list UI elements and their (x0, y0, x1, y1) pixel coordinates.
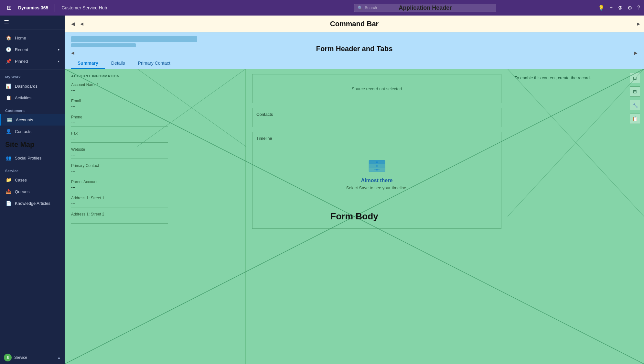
search-input[interactable]: Search (365, 6, 377, 10)
field-fax: Fax --- (71, 131, 239, 143)
right-panel-icon-window[interactable]: ⊟ (630, 86, 640, 97)
website-label: Website (71, 147, 239, 152)
sidebar-item-social-profiles[interactable]: 👥 Social Profiles (0, 152, 65, 164)
main-layout: ☰ 🏠 Home 🕐 Recent ▾ 📌 Pinned ▾ My Work 📊… (0, 16, 644, 364)
sidebar-item-dashboards[interactable]: 📊 Dashboards (0, 80, 65, 92)
account-name-value[interactable]: --- (71, 88, 168, 94)
tab-primary-contact[interactable]: Primary Contact (132, 58, 177, 69)
sidebar-activities-label: Activities (15, 95, 31, 100)
pin-icon: 📌 (5, 58, 12, 64)
sidebar-item-accounts[interactable]: 🏢 Accounts (0, 114, 65, 126)
activities-icon: 📋 (5, 94, 12, 101)
address1-street2-value[interactable]: --- (71, 217, 168, 224)
app-header: ⊞ Dynamics 365 Customer Service Hub 🔍 Se… (0, 0, 644, 16)
lightbulb-icon[interactable]: 💡 (598, 5, 605, 11)
field-email: Email --- (71, 99, 239, 110)
bottom-chevron[interactable]: ▲ (57, 356, 61, 359)
sidebar-item-queues[interactable]: 📥 Queues (0, 186, 65, 197)
sidebar-knowledge-label: Knowledge Articles (15, 201, 50, 206)
parent-account-value[interactable]: --- (71, 185, 168, 191)
bottom-service-label: Service (14, 355, 27, 360)
search-box[interactable]: 🔍 Search (354, 4, 496, 12)
sidebar-item-knowledge-articles[interactable]: 📄 Knowledge Articles (0, 197, 65, 209)
sidebar-accounts-label: Accounts (16, 117, 33, 122)
form-header-label: Form Header and Tabs (316, 45, 393, 53)
recent-icon: 🕐 (5, 46, 12, 53)
settings-icon[interactable]: ⚙ (628, 5, 632, 11)
accounts-icon: 🏢 (6, 116, 13, 123)
timeline-empty-state: Almost there Select Save to see your tim… (256, 145, 497, 203)
fax-value[interactable]: --- (71, 136, 168, 143)
form-header-arrow-right: ▶ (634, 50, 638, 55)
right-panel-icon-grid[interactable]: ⊡ (630, 73, 640, 83)
knowledge-icon: 📄 (5, 200, 12, 206)
form-left-column: ACCOUNT INFORMATION Account Name* --- Em… (65, 69, 246, 364)
sidebar-item-activities[interactable]: 📋 Activities (0, 92, 65, 104)
right-panel-icon-doc[interactable]: 📋 (630, 114, 640, 124)
right-panel-enable-msg: To enable this content, create the recor… (515, 74, 638, 80)
sidebar-social-label: Social Profiles (15, 156, 41, 160)
tab-summary[interactable]: Summary (71, 58, 105, 69)
sidebar-cases-label: Cases (15, 178, 27, 182)
contacts-icon: 👤 (5, 128, 12, 135)
contacts-label: Contacts (256, 112, 497, 117)
header-actions: 💡 + ⚗ ⚙ ? (598, 5, 640, 11)
timeline-box: Timeline (252, 132, 501, 229)
sidebar-item-contacts[interactable]: 👤 Contacts (0, 126, 65, 137)
sidebar-queues-label: Queues (15, 189, 30, 194)
back-button[interactable]: ◀ (69, 19, 78, 28)
right-panel-icon-wrench[interactable]: 🔧 (630, 100, 640, 110)
sidebar-contacts-label: Contacts (15, 129, 31, 134)
source-record-box: Source record not selected (252, 74, 501, 103)
field-account-name: Account Name* --- (71, 83, 239, 94)
section-my-work: My Work (0, 70, 65, 80)
dashboards-icon: 📊 (5, 83, 12, 89)
help-icon[interactable]: ? (637, 5, 640, 11)
address1-street1-label: Address 1: Street 1 (71, 196, 239, 200)
field-address1-street1: Address 1: Street 1 --- (71, 196, 239, 207)
account-info-section-title: ACCOUNT INFORMATION (71, 74, 239, 78)
hamburger-menu[interactable]: ☰ (4, 19, 9, 26)
sidebar-item-cases[interactable]: 📁 Cases (0, 174, 65, 186)
email-value[interactable]: --- (71, 104, 168, 110)
add-icon[interactable]: + (610, 5, 613, 11)
field-parent-account: Parent Account --- (71, 180, 239, 191)
right-panel-icons: ⊡ ⊟ 🔧 📋 (630, 73, 640, 124)
field-phone: Phone --- (71, 115, 239, 127)
timeline-almost-title: Almost there (361, 178, 393, 183)
command-bar-label: Command Bar (330, 20, 379, 28)
address1-street1-value[interactable]: --- (71, 201, 168, 207)
timeline-save-msg: Select Save to see your timeline. (346, 185, 407, 190)
sidebar-item-home[interactable]: 🏠 Home (0, 32, 65, 44)
account-name-label: Account Name* (71, 83, 239, 87)
home-icon: 🏠 (5, 35, 12, 41)
filter-icon[interactable]: ⚗ (618, 5, 622, 11)
content-area: ◀ ◀ Command Bar ▶ ◀ Form Header and Tabs… (65, 16, 644, 364)
sidebar-item-pinned[interactable]: 📌 Pinned ▾ (0, 55, 65, 67)
phone-value[interactable]: --- (71, 120, 168, 127)
waffle-icon[interactable]: ⊞ (4, 3, 14, 13)
chevron-down-icon-pinned: ▾ (58, 60, 59, 63)
sidebar-pinned-label: Pinned (15, 59, 28, 64)
search-area: 🔍 Search Application Header (354, 4, 496, 12)
form-middle-column: Source record not selected Contacts Time… (246, 69, 508, 364)
website-value[interactable]: --- (71, 152, 168, 159)
search-icon: 🔍 (358, 6, 363, 10)
primary-contact-value[interactable]: --- (71, 169, 168, 175)
fax-label: Fax (71, 131, 239, 136)
form-subtitle-bar (71, 43, 136, 47)
sidebar-item-recent[interactable]: 🕐 Recent ▾ (0, 44, 65, 55)
svg-point-10 (376, 161, 378, 163)
form-right-column: To enable this content, create the recor… (508, 69, 644, 364)
field-address1-street2: Address 1: Street 2 --- (71, 212, 239, 224)
user-avatar: S (4, 354, 12, 361)
brand-name: Dynamics 365 (18, 5, 48, 10)
form-header: ◀ Form Header and Tabs ▶ Summary Details… (65, 32, 644, 69)
tab-details[interactable]: Details (105, 58, 132, 69)
phone-label: Phone (71, 115, 239, 119)
sidebar-top: 🏠 Home 🕐 Recent ▾ 📌 Pinned ▾ (0, 29, 65, 70)
section-customers: Customers (0, 104, 65, 114)
form-header-arrow-left: ◀ (71, 50, 74, 55)
timeline-cabinet-icon (367, 158, 387, 174)
form-body: Form Body ACCOUNT INFORMATION Account Na… (65, 69, 644, 364)
